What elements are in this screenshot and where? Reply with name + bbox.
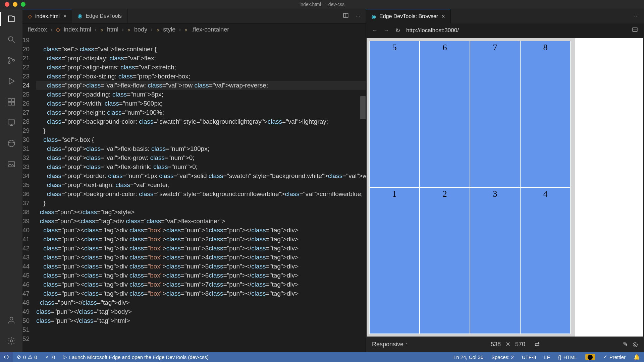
remote-explorer-icon[interactable]: [6, 118, 16, 128]
status-badge[interactable]: ⬤: [581, 354, 599, 360]
svg-rect-5: [12, 99, 15, 102]
accounts-icon[interactable]: [6, 315, 16, 325]
breadcrumb-style[interactable]: style: [163, 26, 175, 33]
cursor-position[interactable]: Ln 24, Col 36: [449, 354, 487, 360]
preview-box: 4: [520, 187, 571, 334]
tab-index-html[interactable]: ◇ index.html ×: [22, 9, 72, 23]
svg-point-3: [12, 59, 14, 61]
tab-label: Edge DevTools: [86, 13, 122, 19]
close-icon[interactable]: ×: [441, 13, 445, 20]
problems-status[interactable]: ⊘0 ⚠0: [13, 354, 41, 360]
close-window-button[interactable]: [5, 2, 9, 7]
editor-tabs: ◇ index.html × ◉ Edge DevTools ⋯: [22, 9, 366, 23]
ports-status[interactable]: ᯤ0: [41, 354, 59, 360]
device-toolbar: Responsive ˅ 538 ✕ 570 ⇄ ✎ ◎: [366, 337, 644, 352]
settings-gear-icon[interactable]: [6, 336, 16, 346]
open-devtools-icon[interactable]: [632, 27, 638, 35]
device-mode[interactable]: Responsive ˅: [372, 341, 408, 348]
preview-box: 6: [420, 41, 470, 187]
error-icon: ⊘: [17, 354, 21, 360]
preview-box: 3: [470, 187, 520, 334]
svg-point-1: [8, 57, 10, 59]
breadcrumb-file[interactable]: index.html: [64, 26, 91, 33]
svg-point-0: [8, 37, 13, 41]
breadcrumb-selector[interactable]: .flex-container: [191, 26, 229, 33]
more-actions-icon[interactable]: ⋯: [356, 13, 360, 19]
html-file-icon: ◇: [28, 13, 32, 19]
preview-box: 1: [369, 187, 420, 334]
svg-point-9: [8, 140, 15, 147]
code-lines[interactable]: class="sel">.class="val">flex-container …: [36, 36, 366, 352]
edge-icon: ◉: [77, 13, 82, 19]
url-input[interactable]: [406, 27, 626, 34]
prettier-status[interactable]: ✓ Prettier: [599, 354, 630, 360]
svg-point-2: [8, 62, 10, 63]
remote-indicator[interactable]: [0, 352, 13, 362]
explorer-icon[interactable]: [6, 14, 16, 24]
tab-label: index.html: [35, 13, 60, 19]
inspect-icon[interactable]: ◎: [633, 341, 638, 348]
edge-tools-icon[interactable]: [6, 138, 16, 148]
scrollbar-thumb[interactable]: [360, 96, 366, 119]
launch-icon: ▷: [63, 354, 67, 360]
image-icon[interactable]: [6, 159, 16, 169]
titlebar: index.html — dev-css: [0, 0, 644, 9]
notifications-icon[interactable]: 🔔: [630, 354, 644, 360]
breadcrumb-body[interactable]: body: [134, 26, 147, 33]
extensions-icon[interactable]: [6, 97, 16, 107]
svg-rect-14: [633, 28, 637, 32]
encoding-status[interactable]: UTF-8: [518, 354, 540, 360]
breadcrumb[interactable]: flexbox› ◇index.html› ⬨html› ⬨body› ⬨sty…: [22, 23, 366, 36]
rotate-icon[interactable]: ⇄: [535, 341, 540, 348]
search-icon[interactable]: [6, 35, 16, 45]
svg-point-12: [10, 340, 12, 342]
svg-rect-10: [8, 162, 15, 167]
forward-button[interactable]: →: [384, 27, 389, 34]
viewport-width[interactable]: 538: [491, 341, 501, 348]
maximize-window-button[interactable]: [21, 2, 25, 7]
dimension-x: ✕: [505, 341, 511, 348]
line-gutter: 1920212223242526272829303132333435363738…: [22, 36, 36, 352]
browser-tabs: ◉ Edge DevTools: Browser × ⋯: [366, 9, 644, 23]
close-icon[interactable]: ×: [63, 13, 67, 20]
launch-edge-status[interactable]: ▷Launch Microsoft Edge and open the Edge…: [59, 354, 213, 360]
svg-point-11: [10, 317, 13, 320]
scrollbar[interactable]: [360, 36, 366, 352]
browser-panel: ◉ Edge DevTools: Browser × ⋯ ← → ↻ 12345…: [366, 9, 644, 352]
code-editor[interactable]: 1920212223242526272829303132333435363738…: [22, 36, 366, 352]
reload-button[interactable]: ↻: [395, 27, 400, 34]
warning-icon: ⚠: [28, 354, 32, 360]
tab-edge-devtools[interactable]: ◉ Edge DevTools: [72, 9, 127, 23]
flex-container-preview: 12345678: [367, 38, 575, 337]
minimize-window-button[interactable]: [13, 2, 17, 7]
tab-edge-browser[interactable]: ◉ Edge DevTools: Browser ×: [366, 9, 451, 23]
preview-box: 5: [369, 41, 420, 187]
run-debug-icon[interactable]: [6, 76, 16, 86]
svg-rect-6: [8, 102, 11, 105]
eol-status[interactable]: LF: [540, 354, 554, 360]
split-editor-icon[interactable]: [343, 12, 349, 19]
breadcrumb-root[interactable]: flexbox: [28, 26, 47, 33]
preview-box: 2: [420, 187, 470, 334]
viewport-height[interactable]: 570: [515, 341, 525, 348]
breadcrumb-html[interactable]: html: [107, 26, 118, 33]
edge-icon: ◉: [371, 13, 376, 20]
back-button[interactable]: ←: [372, 27, 378, 34]
indentation-status[interactable]: Spaces: 2: [487, 354, 518, 360]
more-actions-icon[interactable]: ⋯: [634, 13, 639, 19]
preview-box: 7: [470, 41, 520, 187]
language-mode[interactable]: {} HTML: [554, 354, 581, 360]
broadcast-icon: ᯤ: [45, 354, 50, 360]
window-controls: [0, 2, 25, 7]
preview-box: 8: [520, 41, 571, 187]
source-control-icon[interactable]: [6, 55, 16, 65]
svg-rect-8: [8, 120, 15, 124]
activity-bar: [0, 9, 22, 352]
edit-icon[interactable]: ✎: [623, 341, 628, 348]
svg-rect-4: [8, 99, 11, 102]
window-title: index.html — dev-css: [300, 2, 344, 7]
svg-rect-7: [12, 102, 15, 105]
browser-viewport[interactable]: 12345678: [367, 38, 643, 337]
address-bar: ← → ↻: [366, 23, 644, 38]
tab-label: Edge DevTools: Browser: [379, 13, 438, 19]
